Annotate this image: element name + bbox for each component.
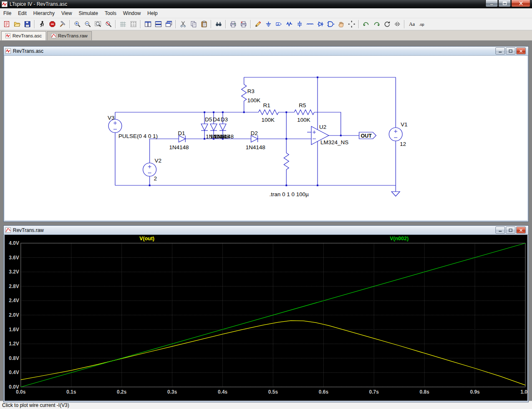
zoom-in-icon bbox=[74, 20, 81, 28]
tran-directive[interactable]: .tran 0 1 0 100µ bbox=[269, 191, 309, 197]
tile-horizontal-button[interactable] bbox=[153, 20, 163, 29]
print-button[interactable] bbox=[228, 20, 238, 29]
drag-icon bbox=[348, 20, 355, 28]
zoom-extents-icon bbox=[94, 20, 102, 28]
ground-button[interactable] bbox=[264, 20, 273, 29]
component-V2[interactable] bbox=[143, 163, 156, 176]
net-label-button[interactable]: A bbox=[274, 20, 283, 29]
legend-V(out)[interactable]: V(out) bbox=[139, 236, 154, 241]
cut-icon bbox=[180, 20, 187, 28]
menu-help[interactable]: Help bbox=[144, 9, 161, 18]
grid-button[interactable] bbox=[118, 20, 128, 29]
find-button[interactable] bbox=[214, 20, 223, 29]
zoom-undo-button[interactable] bbox=[103, 20, 113, 29]
schematic-minimize-button[interactable] bbox=[495, 47, 505, 54]
component-D2[interactable] bbox=[251, 136, 258, 142]
wire-button[interactable] bbox=[253, 20, 263, 29]
cascade-button[interactable] bbox=[164, 20, 173, 29]
snap-button[interactable] bbox=[128, 20, 138, 29]
component-D1[interactable] bbox=[179, 136, 185, 142]
open-button[interactable] bbox=[12, 20, 22, 29]
schematic-window-titlebar[interactable]: RevTrans.asc bbox=[4, 47, 528, 56]
component-button[interactable] bbox=[326, 20, 335, 29]
component-D3[interactable] bbox=[219, 124, 226, 131]
menu-simulate[interactable]: Simulate bbox=[75, 9, 101, 18]
tab-revtrans-raw[interactable]: RevTrans.raw bbox=[47, 31, 92, 40]
minimize-button[interactable] bbox=[485, 0, 498, 7]
waveform-canvas[interactable]: 4.0V3.6V3.2V2.8V2.4V2.0V1.6V1.2V0.8V0.4V… bbox=[5, 235, 527, 401]
r1-name-label: R1 bbox=[263, 102, 270, 108]
menu-view[interactable]: View bbox=[58, 9, 75, 18]
minimize-icon bbox=[498, 49, 502, 53]
component-D4[interactable] bbox=[210, 124, 217, 131]
mirror-button[interactable] bbox=[392, 20, 402, 29]
rotate-button[interactable] bbox=[382, 20, 392, 29]
component-V1[interactable] bbox=[389, 128, 402, 141]
run-button[interactable] bbox=[37, 20, 47, 29]
new-schematic-button[interactable] bbox=[2, 20, 11, 29]
component-R3[interactable] bbox=[241, 84, 246, 101]
v3-name-label: V3 bbox=[108, 115, 115, 121]
waveform-window-title: RevTrans.raw bbox=[13, 227, 44, 233]
ground-symbol[interactable] bbox=[392, 192, 400, 196]
waveform-maximize-button[interactable] bbox=[506, 227, 515, 234]
inductor-button[interactable] bbox=[305, 20, 315, 29]
cut-button[interactable] bbox=[178, 20, 188, 29]
paste-button[interactable] bbox=[199, 20, 209, 29]
maximize-icon bbox=[509, 229, 512, 232]
waveform-window-titlebar[interactable]: RevTrans.raw bbox=[4, 226, 528, 235]
waveform-plot[interactable]: 4.0V3.6V3.2V2.8V2.4V2.0V1.6V1.2V0.8V0.4V… bbox=[5, 235, 527, 400]
paste-icon bbox=[200, 20, 208, 28]
toolbar-separator bbox=[140, 20, 141, 28]
move-button[interactable] bbox=[336, 20, 346, 29]
status-text: Click to plot wire current -I(V3) bbox=[2, 402, 69, 408]
capacitor-button[interactable] bbox=[295, 20, 304, 29]
schematic-maximize-button[interactable] bbox=[506, 47, 515, 54]
diode-button[interactable] bbox=[315, 20, 325, 29]
zoom-extents-button[interactable] bbox=[93, 20, 103, 29]
grid-icon bbox=[119, 20, 127, 28]
resistor-button[interactable] bbox=[284, 20, 294, 29]
d1-name-label: D1 bbox=[178, 130, 185, 136]
menu-file[interactable]: File bbox=[0, 9, 15, 18]
y-tick-label: 2.0V bbox=[9, 312, 19, 318]
x-tick-label: 0.4s bbox=[218, 389, 228, 395]
maximize-button[interactable] bbox=[498, 0, 511, 7]
component-V3[interactable] bbox=[108, 119, 122, 133]
legend-V(n002)[interactable]: V(n002) bbox=[390, 236, 409, 241]
undo-button[interactable] bbox=[361, 20, 371, 29]
component-R5[interactable] bbox=[294, 110, 314, 115]
waveform-close-button[interactable] bbox=[516, 227, 526, 234]
component-R1[interactable] bbox=[259, 110, 278, 115]
app-icon bbox=[2, 1, 7, 7]
schematic-close-button[interactable] bbox=[516, 47, 526, 54]
tab-revtrans-asc[interactable]: RevTrans.asc bbox=[1, 31, 46, 40]
spice-directive-button[interactable]: .op bbox=[417, 20, 427, 29]
halt-button[interactable] bbox=[47, 20, 57, 29]
y-tick-label: 1.6V bbox=[9, 327, 19, 333]
schematic-drawing: V3 PULSE(0 4 0 1) V2 2 V1 12 R3 100K R1 … bbox=[5, 56, 527, 220]
copy-button[interactable] bbox=[189, 20, 198, 29]
control-panel-button[interactable] bbox=[58, 20, 67, 29]
save-button[interactable] bbox=[22, 20, 32, 29]
component-R2[interactable] bbox=[284, 153, 289, 170]
mirror-icon bbox=[394, 20, 401, 28]
close-button[interactable] bbox=[511, 0, 530, 7]
zoom-in-button[interactable] bbox=[72, 20, 82, 29]
print-setup-button[interactable] bbox=[239, 20, 248, 29]
menu-tools[interactable]: Tools bbox=[101, 9, 120, 18]
menu-window[interactable]: Window bbox=[120, 9, 144, 18]
schematic-window[interactable]: RevTrans.asc bbox=[3, 46, 529, 222]
waveform-window[interactable]: RevTrans.raw 4.0V3.6V3.2V2.8V2.4V2.0V1.6… bbox=[3, 225, 529, 402]
component-D5[interactable] bbox=[201, 124, 208, 131]
menu-hierarchy[interactable]: Hierarchy bbox=[30, 9, 58, 18]
tile-vertical-button[interactable] bbox=[143, 20, 153, 29]
schematic-canvas[interactable]: V3 PULSE(0 4 0 1) V2 2 V1 12 R3 100K R1 … bbox=[5, 56, 527, 220]
waveform-minimize-button[interactable] bbox=[495, 227, 505, 234]
text-button[interactable]: Aa bbox=[407, 20, 416, 29]
open-icon bbox=[13, 20, 21, 28]
drag-button[interactable] bbox=[347, 20, 356, 29]
zoom-out-button[interactable] bbox=[83, 20, 92, 29]
menu-edit[interactable]: Edit bbox=[15, 9, 30, 18]
redo-button[interactable] bbox=[372, 20, 381, 29]
